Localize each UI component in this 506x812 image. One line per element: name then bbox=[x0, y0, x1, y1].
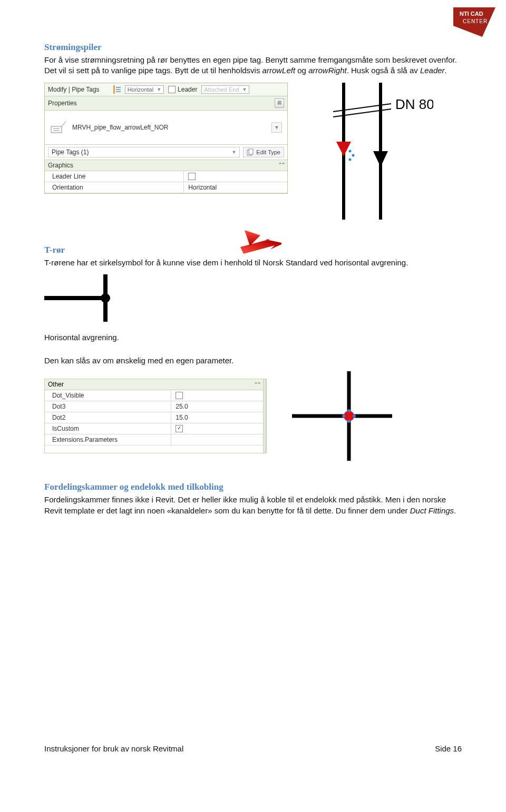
footer-left: Instruksjoner for bruk av norsk Revitmal bbox=[44, 744, 183, 753]
footer-right: Side 16 bbox=[435, 744, 462, 753]
group-label: Graphics bbox=[48, 162, 73, 169]
ribbon-row: Modify | Pipe Tags Horizontal ▼ Leader bbox=[45, 83, 287, 96]
text: . Husk også å slå av bbox=[347, 66, 420, 75]
text-italic: arrowLeft bbox=[262, 66, 296, 75]
group-header-graphics[interactable]: Graphics ⌃⌃ bbox=[45, 160, 287, 171]
property-row-dot3: Dot3 25.0 bbox=[45, 401, 263, 412]
attached-end-dropdown[interactable]: Attached End ▼ bbox=[201, 85, 249, 94]
svg-point-28 bbox=[101, 293, 110, 303]
svg-rect-13 bbox=[249, 149, 253, 154]
leader-checkbox[interactable]: Leader bbox=[168, 86, 197, 93]
property-key: Extensions.Parameters bbox=[45, 434, 171, 445]
svg-point-24 bbox=[349, 158, 352, 161]
chevron-down-icon: ▼ bbox=[242, 87, 247, 92]
paragraph-tror-1: T-rørene har et sirkelsymbol for å kunne… bbox=[44, 258, 462, 268]
properties-header: Properties ⊠ bbox=[45, 96, 287, 111]
svg-rect-5 bbox=[116, 89, 121, 90]
instance-row: Pipe Tags (1) ▼ Edit Type bbox=[45, 145, 287, 160]
svg-point-34 bbox=[347, 409, 351, 412]
property-key: Dot_Visible bbox=[45, 390, 171, 401]
property-row-extensions: Extensions.Parameters bbox=[45, 434, 263, 445]
type-name: MRVH_pipe_flow_arrowLeft_NOR bbox=[72, 124, 266, 131]
svg-marker-20 bbox=[373, 151, 388, 167]
property-value[interactable] bbox=[171, 390, 263, 401]
close-panel-button[interactable]: ⊠ bbox=[275, 98, 284, 108]
other-properties-panel: Other ⌃⌃ Dot_Visible Dot3 25.0 Dot2 15.0 bbox=[44, 379, 267, 453]
edit-type-label: Edit Type bbox=[256, 149, 280, 155]
property-value[interactable]: Horizontal bbox=[184, 182, 287, 193]
svg-text:NTI CAD: NTI CAD bbox=[460, 11, 483, 17]
properties-title: Properties bbox=[48, 100, 77, 107]
svg-point-35 bbox=[347, 420, 351, 423]
text-italic: arrowRight bbox=[308, 66, 347, 75]
checkbox-icon bbox=[176, 392, 183, 399]
context-tab-label: Modify | Pipe Tags bbox=[48, 86, 100, 93]
svg-marker-21 bbox=[336, 142, 351, 156]
scrollbar[interactable] bbox=[263, 379, 266, 453]
svg-point-22 bbox=[349, 150, 352, 152]
svg-rect-3 bbox=[113, 85, 115, 94]
cross-pipe-symbol bbox=[292, 371, 392, 461]
text: . bbox=[454, 506, 456, 515]
property-key: Dot3 bbox=[45, 401, 171, 412]
property-key: IsCustom bbox=[45, 423, 171, 434]
svg-text:DN 80: DN 80 bbox=[395, 96, 433, 112]
dropdown-value: Attached End bbox=[204, 86, 239, 93]
t-pipe-symbol bbox=[44, 274, 129, 322]
property-row-leader-line: Leader Line bbox=[45, 171, 287, 182]
property-value[interactable]: 25.0 bbox=[171, 401, 263, 412]
dropdown-value: Horizontal bbox=[128, 86, 154, 93]
tag-type-icon bbox=[50, 120, 67, 135]
property-row-orientation: Orientation Horizontal bbox=[45, 182, 287, 193]
property-value[interactable] bbox=[171, 423, 263, 434]
property-row-dot2: Dot2 15.0 bbox=[45, 412, 263, 423]
paragraph-stromingspiler: For å vise strømningsretning på rør beny… bbox=[44, 55, 462, 76]
svg-rect-6 bbox=[116, 91, 121, 92]
svg-marker-15 bbox=[245, 230, 260, 246]
instance-selector[interactable]: Pipe Tags (1) ▼ bbox=[48, 147, 240, 157]
property-key: Orientation bbox=[45, 182, 184, 193]
svg-point-23 bbox=[352, 154, 355, 156]
type-selector[interactable]: MRVH_pipe_flow_arrowLeft_NOR ▼ bbox=[45, 111, 287, 145]
instance-value: Pipe Tags (1) bbox=[52, 148, 89, 156]
heading-stromingspiler: Strømingspiler bbox=[44, 42, 462, 53]
revit-panel: Modify | Pipe Tags Horizontal ▼ Leader bbox=[44, 83, 288, 194]
text: Fordelingskammer finnes ikke i Revit. De… bbox=[44, 495, 446, 514]
property-row-iscustom: IsCustom bbox=[45, 423, 263, 434]
orientation-dropdown[interactable]: Horizontal ▼ bbox=[125, 85, 164, 94]
svg-point-33 bbox=[353, 414, 356, 418]
chevron-down-icon: ▼ bbox=[231, 150, 236, 155]
paragraph-tror-3: Den kan slås av om ønskelig med en egen … bbox=[44, 355, 462, 366]
group-label: Other bbox=[48, 381, 64, 388]
heading-fordeling: Fordelingskammer og endelokk med tilkobl… bbox=[44, 482, 462, 492]
collapse-icon: ⌃⌃ bbox=[278, 162, 284, 169]
property-key: Leader Line bbox=[45, 171, 184, 182]
checkbox-checked-icon bbox=[176, 425, 183, 432]
text-italic: Duct Fittings bbox=[410, 506, 454, 515]
page-footer: Instruksjoner for bruk av norsk Revitmal… bbox=[44, 744, 462, 753]
checkbox-box bbox=[168, 86, 176, 93]
svg-text:CENTER: CENTER bbox=[463, 18, 488, 24]
chevron-down-icon[interactable]: ▼ bbox=[271, 122, 282, 133]
property-key: Dot2 bbox=[45, 412, 171, 423]
pipe-flow-diagram: DN 80 bbox=[307, 83, 433, 220]
heading-tror: T-rør bbox=[44, 245, 462, 255]
text: og bbox=[295, 66, 308, 75]
tag-align-icon[interactable] bbox=[113, 85, 121, 94]
property-value[interactable]: 15.0 bbox=[171, 412, 263, 423]
group-header-other[interactable]: Other ⌃⌃ bbox=[45, 379, 263, 390]
chevron-down-icon: ▼ bbox=[157, 87, 161, 92]
edit-type-icon bbox=[247, 148, 254, 156]
svg-point-32 bbox=[342, 414, 345, 418]
property-value[interactable] bbox=[184, 171, 287, 182]
property-row-dot-visible: Dot_Visible bbox=[45, 390, 263, 401]
checkbox-icon bbox=[188, 173, 196, 180]
property-value[interactable] bbox=[171, 434, 263, 445]
text: . bbox=[445, 66, 447, 75]
paragraph-fordeling: Fordelingskammer finnes ikke i Revit. De… bbox=[44, 494, 462, 516]
svg-rect-4 bbox=[116, 87, 121, 88]
nti-cad-logo: NTI CAD CENTER bbox=[453, 7, 495, 37]
collapse-icon: ⌃⌃ bbox=[254, 381, 260, 388]
text-italic: Leader bbox=[420, 66, 445, 75]
edit-type-button[interactable]: Edit Type bbox=[243, 147, 284, 157]
